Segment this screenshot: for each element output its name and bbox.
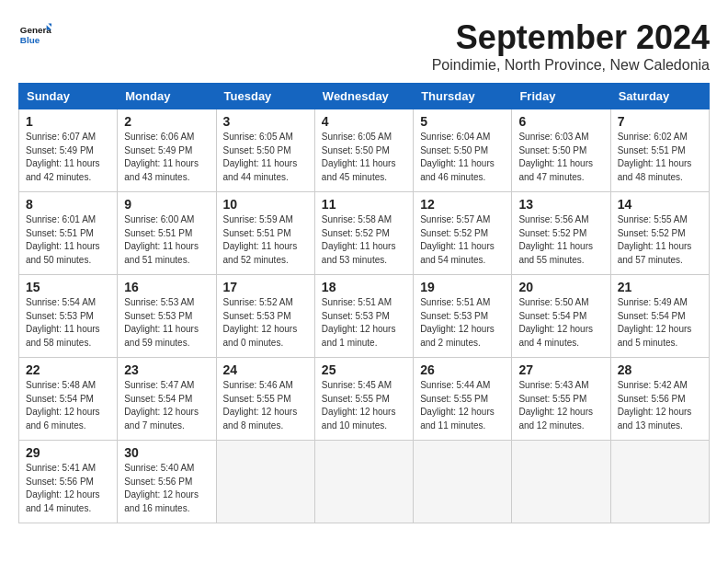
day-info: Sunrise: 5:48 AMSunset: 5:54 PMDaylight:… bbox=[26, 379, 110, 432]
table-row: 14 Sunrise: 5:55 AMSunset: 5:52 PMDaylig… bbox=[610, 192, 709, 275]
table-row: 11 Sunrise: 5:58 AMSunset: 5:52 PMDaylig… bbox=[314, 192, 413, 275]
day-number: 8 bbox=[26, 197, 110, 212]
table-row: 4 Sunrise: 6:05 AMSunset: 5:50 PMDayligh… bbox=[314, 109, 413, 192]
day-number: 3 bbox=[223, 114, 308, 129]
day-number: 2 bbox=[124, 114, 209, 129]
day-info: Sunrise: 5:54 AMSunset: 5:53 PMDaylight:… bbox=[26, 296, 110, 350]
table-row: 12 Sunrise: 5:57 AMSunset: 5:52 PMDaylig… bbox=[414, 192, 512, 275]
day-info: Sunrise: 5:58 AMSunset: 5:52 PMDaylight:… bbox=[322, 213, 406, 267]
day-info: Sunrise: 5:55 AMSunset: 5:52 PMDaylight:… bbox=[618, 213, 702, 267]
svg-text:Blue: Blue bbox=[20, 35, 40, 45]
table-row: 23 Sunrise: 5:47 AMSunset: 5:54 PMDaylig… bbox=[118, 358, 216, 441]
page-header: General Blue September 2024 Poindimie, N… bbox=[18, 18, 710, 74]
day-info: Sunrise: 5:59 AMSunset: 5:51 PMDaylight:… bbox=[223, 213, 308, 267]
table-row: 20 Sunrise: 5:50 AMSunset: 5:54 PMDaylig… bbox=[512, 275, 610, 358]
table-row: 25 Sunrise: 5:45 AMSunset: 5:55 PMDaylig… bbox=[314, 358, 413, 441]
table-row: 17 Sunrise: 5:52 AMSunset: 5:53 PMDaylig… bbox=[216, 275, 314, 358]
day-info: Sunrise: 6:04 AMSunset: 5:50 PMDaylight:… bbox=[420, 131, 505, 184]
day-number: 26 bbox=[420, 362, 505, 377]
calendar-week-row: 15 Sunrise: 5:54 AMSunset: 5:53 PMDaylig… bbox=[19, 275, 710, 358]
day-info: Sunrise: 5:56 AMSunset: 5:52 PMDaylight:… bbox=[518, 213, 603, 267]
table-row: 24 Sunrise: 5:46 AMSunset: 5:55 PMDaylig… bbox=[216, 358, 314, 441]
calendar-header-row: Sunday Monday Tuesday Wednesday Thursday… bbox=[19, 84, 710, 109]
day-number: 5 bbox=[420, 114, 505, 129]
table-row: 3 Sunrise: 6:05 AMSunset: 5:50 PMDayligh… bbox=[216, 109, 314, 192]
day-info: Sunrise: 5:57 AMSunset: 5:52 PMDaylight:… bbox=[420, 213, 505, 267]
table-row: 16 Sunrise: 5:53 AMSunset: 5:53 PMDaylig… bbox=[118, 275, 216, 358]
table-row bbox=[216, 441, 314, 523]
table-row: 30 Sunrise: 5:40 AMSunset: 5:56 PMDaylig… bbox=[118, 441, 216, 523]
table-row: 22 Sunrise: 5:48 AMSunset: 5:54 PMDaylig… bbox=[19, 358, 118, 441]
table-row: 13 Sunrise: 5:56 AMSunset: 5:52 PMDaylig… bbox=[512, 192, 610, 275]
col-saturday: Saturday bbox=[610, 84, 709, 109]
day-info: Sunrise: 6:03 AMSunset: 5:50 PMDaylight:… bbox=[518, 131, 603, 184]
day-info: Sunrise: 5:46 AMSunset: 5:55 PMDaylight:… bbox=[223, 379, 308, 432]
calendar-week-row: 29 Sunrise: 5:41 AMSunset: 5:56 PMDaylig… bbox=[19, 441, 710, 523]
day-number: 27 bbox=[518, 362, 603, 377]
day-number: 22 bbox=[26, 362, 110, 377]
calendar-week-row: 8 Sunrise: 6:01 AMSunset: 5:51 PMDayligh… bbox=[19, 192, 710, 275]
logo-icon: General Blue bbox=[18, 18, 51, 52]
table-row: 10 Sunrise: 5:59 AMSunset: 5:51 PMDaylig… bbox=[216, 192, 314, 275]
day-number: 17 bbox=[223, 280, 308, 294]
day-number: 7 bbox=[618, 114, 702, 129]
table-row: 8 Sunrise: 6:01 AMSunset: 5:51 PMDayligh… bbox=[19, 192, 118, 275]
day-info: Sunrise: 6:02 AMSunset: 5:51 PMDaylight:… bbox=[618, 131, 702, 184]
month-title: September 2024 bbox=[432, 18, 710, 57]
logo: General Blue bbox=[18, 18, 51, 52]
day-number: 28 bbox=[618, 362, 702, 377]
day-number: 29 bbox=[26, 445, 110, 460]
col-monday: Monday bbox=[118, 84, 216, 109]
day-info: Sunrise: 6:05 AMSunset: 5:50 PMDaylight:… bbox=[322, 131, 406, 184]
day-info: Sunrise: 6:05 AMSunset: 5:50 PMDaylight:… bbox=[223, 131, 308, 184]
calendar-week-row: 1 Sunrise: 6:07 AMSunset: 5:49 PMDayligh… bbox=[19, 109, 710, 192]
table-row: 18 Sunrise: 5:51 AMSunset: 5:53 PMDaylig… bbox=[314, 275, 413, 358]
day-number: 4 bbox=[322, 114, 406, 129]
day-number: 19 bbox=[420, 280, 505, 294]
table-row: 2 Sunrise: 6:06 AMSunset: 5:49 PMDayligh… bbox=[118, 109, 216, 192]
day-number: 24 bbox=[223, 362, 308, 377]
table-row: 21 Sunrise: 5:49 AMSunset: 5:54 PMDaylig… bbox=[610, 275, 709, 358]
day-info: Sunrise: 5:45 AMSunset: 5:55 PMDaylight:… bbox=[322, 379, 406, 432]
day-number: 14 bbox=[618, 197, 702, 212]
col-wednesday: Wednesday bbox=[314, 84, 413, 109]
day-info: Sunrise: 5:50 AMSunset: 5:54 PMDaylight:… bbox=[518, 296, 603, 350]
day-number: 15 bbox=[26, 280, 110, 294]
day-info: Sunrise: 5:47 AMSunset: 5:54 PMDaylight:… bbox=[124, 379, 209, 432]
table-row: 28 Sunrise: 5:42 AMSunset: 5:56 PMDaylig… bbox=[610, 358, 709, 441]
day-info: Sunrise: 5:40 AMSunset: 5:56 PMDaylight:… bbox=[124, 462, 209, 515]
day-number: 12 bbox=[420, 197, 505, 212]
day-number: 9 bbox=[124, 197, 209, 212]
day-info: Sunrise: 5:42 AMSunset: 5:56 PMDaylight:… bbox=[618, 379, 702, 432]
table-row: 6 Sunrise: 6:03 AMSunset: 5:50 PMDayligh… bbox=[512, 109, 610, 192]
col-friday: Friday bbox=[512, 84, 610, 109]
day-info: Sunrise: 6:00 AMSunset: 5:51 PMDaylight:… bbox=[124, 213, 209, 267]
table-row: 15 Sunrise: 5:54 AMSunset: 5:53 PMDaylig… bbox=[19, 275, 118, 358]
location-title: Poindimie, North Province, New Caledonia bbox=[432, 57, 710, 74]
day-info: Sunrise: 6:06 AMSunset: 5:49 PMDaylight:… bbox=[124, 131, 209, 184]
day-info: Sunrise: 5:43 AMSunset: 5:55 PMDaylight:… bbox=[518, 379, 603, 432]
table-row: 1 Sunrise: 6:07 AMSunset: 5:49 PMDayligh… bbox=[19, 109, 118, 192]
col-tuesday: Tuesday bbox=[216, 84, 314, 109]
day-info: Sunrise: 6:01 AMSunset: 5:51 PMDaylight:… bbox=[26, 213, 110, 267]
day-info: Sunrise: 5:41 AMSunset: 5:56 PMDaylight:… bbox=[26, 462, 110, 515]
col-thursday: Thursday bbox=[414, 84, 512, 109]
day-info: Sunrise: 5:49 AMSunset: 5:54 PMDaylight:… bbox=[618, 296, 702, 350]
day-number: 20 bbox=[518, 280, 603, 294]
day-number: 10 bbox=[223, 197, 308, 212]
table-row: 9 Sunrise: 6:00 AMSunset: 5:51 PMDayligh… bbox=[118, 192, 216, 275]
table-row: 7 Sunrise: 6:02 AMSunset: 5:51 PMDayligh… bbox=[610, 109, 709, 192]
day-info: Sunrise: 6:07 AMSunset: 5:49 PMDaylight:… bbox=[26, 131, 110, 184]
table-row: 19 Sunrise: 5:51 AMSunset: 5:53 PMDaylig… bbox=[414, 275, 512, 358]
table-row bbox=[314, 441, 413, 523]
day-number: 11 bbox=[322, 197, 406, 212]
day-number: 30 bbox=[124, 445, 209, 460]
table-row bbox=[414, 441, 512, 523]
calendar-week-row: 22 Sunrise: 5:48 AMSunset: 5:54 PMDaylig… bbox=[19, 358, 710, 441]
day-number: 18 bbox=[322, 280, 406, 294]
day-info: Sunrise: 5:52 AMSunset: 5:53 PMDaylight:… bbox=[223, 296, 308, 350]
table-row: 29 Sunrise: 5:41 AMSunset: 5:56 PMDaylig… bbox=[19, 441, 118, 523]
day-number: 25 bbox=[322, 362, 406, 377]
day-number: 23 bbox=[124, 362, 209, 377]
col-sunday: Sunday bbox=[19, 84, 118, 109]
